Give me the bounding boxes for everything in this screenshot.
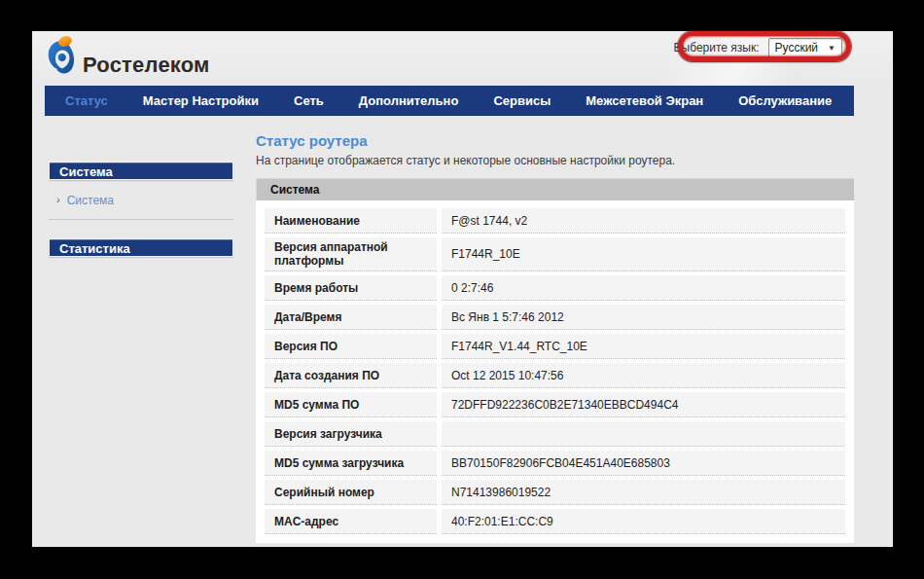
row-label: Версия аппаратной платформы bbox=[265, 237, 437, 271]
table-row: Дата создания ПО Oct 12 2015 10:47:56 bbox=[265, 363, 845, 388]
rostelecom-logo: Ростелеком bbox=[46, 35, 210, 80]
table-row: Время работы 0 2:7:46 bbox=[265, 275, 845, 301]
table-row: Версия ПО F1744R_V1.44_RTC_10E bbox=[265, 334, 845, 359]
table-row: MD5 сумма загрузчика BB70150F82906FCB04E… bbox=[265, 451, 845, 476]
language-selected-value: Русский bbox=[775, 41, 819, 54]
table-row: Наименование F@st 1744, v2 bbox=[265, 208, 845, 234]
row-value: N71413986019522 bbox=[442, 480, 845, 505]
row-value: F1744R_10E bbox=[442, 237, 845, 271]
row-label: Время работы bbox=[265, 275, 437, 301]
main-nav: Статус Мастер Настройки Сеть Дополнитель… bbox=[45, 86, 854, 116]
row-value: 40:F2:01:E1:CC:C9 bbox=[442, 509, 845, 534]
nav-item[interactable]: Статус bbox=[65, 93, 108, 108]
row-label: Дата/Время bbox=[265, 305, 437, 330]
row-label: Серийный номер bbox=[265, 480, 437, 505]
row-value: Oct 12 2015 10:47:56 bbox=[442, 363, 845, 388]
main-content: Статус роутера На странице отображается … bbox=[256, 132, 854, 543]
sidebar-section-system[interactable]: Система bbox=[49, 162, 233, 180]
row-value: F1744R_V1.44_RTC_10E bbox=[442, 334, 845, 359]
screenshot-root: { "brand": "Ростелеком", "language": { "… bbox=[0, 0, 924, 579]
rostelecom-logo-icon bbox=[46, 35, 75, 80]
table-row: MAC-адрес 40:F2:01:E1:CC:C9 bbox=[265, 509, 845, 534]
row-label: Дата создания ПО bbox=[265, 363, 437, 388]
brand-text: Ростелеком bbox=[83, 37, 210, 78]
nav-item[interactable]: Обслуживание bbox=[738, 93, 832, 108]
page-title: Статус роутера bbox=[256, 132, 854, 149]
status-table: Наименование F@st 1744, v2 Версия аппара… bbox=[256, 200, 854, 543]
sidebar-link-row: › Система bbox=[49, 180, 233, 209]
table-row: Дата/Время Вс Янв 1 5:7:46 2012 bbox=[265, 305, 845, 330]
row-value: F@st 1744, v2 bbox=[442, 208, 845, 234]
nav-item[interactable]: Сервисы bbox=[493, 93, 551, 108]
table-row: Версия аппаратной платформы F1744R_10E bbox=[265, 237, 845, 271]
language-selector: Выберите язык: Русский ▼ bbox=[674, 38, 842, 57]
row-label: Версия загрузчика bbox=[265, 421, 437, 447]
header: Ростелеком Выберите язык: Русский ▼ bbox=[32, 31, 893, 87]
sidebar-section-statistics[interactable]: Статистика bbox=[49, 238, 233, 257]
sidebar-link-system[interactable]: Система bbox=[67, 194, 114, 207]
arrow-right-icon: › bbox=[56, 195, 60, 205]
nav-item[interactable]: Межсетевой Экран bbox=[586, 93, 703, 108]
row-label: Версия ПО bbox=[265, 334, 437, 359]
table-row: Версия загрузчика bbox=[265, 421, 845, 447]
row-value bbox=[442, 421, 845, 447]
row-label: Наименование bbox=[265, 208, 437, 234]
row-value: BB70150F82906FCB04E451A40E685803 bbox=[442, 451, 845, 476]
nav-item[interactable]: Дополнительно bbox=[359, 93, 459, 108]
row-value: 72DFFD922236C0B2E71340EBBCD494C4 bbox=[442, 392, 845, 417]
table-section-header: Система bbox=[256, 178, 854, 200]
row-label: MD5 сумма загрузчика bbox=[265, 451, 437, 476]
language-label: Выберите язык: bbox=[674, 41, 760, 54]
chevron-down-icon: ▼ bbox=[828, 44, 835, 53]
table-row: Серийный номер N71413986019522 bbox=[265, 480, 845, 505]
row-value: 0 2:7:46 bbox=[442, 275, 845, 301]
table-row: MD5 сумма ПО 72DFFD922236C0B2E71340EBBCD… bbox=[265, 392, 845, 417]
page-frame: Ростелеком Выберите язык: Русский ▼ Стат… bbox=[32, 31, 893, 547]
row-label: MAC-адрес bbox=[265, 509, 437, 534]
row-label: MD5 сумма ПО bbox=[265, 392, 437, 417]
nav-item[interactable]: Мастер Настройки bbox=[143, 93, 259, 108]
sidebar-divider bbox=[49, 219, 233, 220]
sidebar: Система › Система Статистика bbox=[49, 162, 233, 257]
row-value: Вс Янв 1 5:7:46 2012 bbox=[442, 305, 845, 330]
page-subtitle: На странице отображается статус и некото… bbox=[256, 154, 854, 167]
nav-item[interactable]: Сеть bbox=[294, 93, 324, 108]
language-select[interactable]: Русский ▼ bbox=[768, 38, 842, 57]
